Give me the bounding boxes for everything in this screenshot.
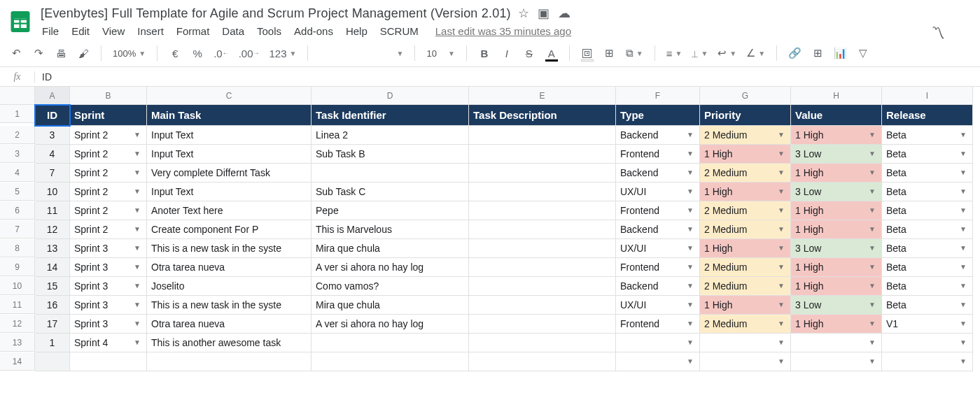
star-icon[interactable]: ☆ (518, 6, 529, 21)
cell-task-identifier[interactable]: Sub Task C (312, 183, 469, 201)
dropdown-icon[interactable]: ▼ (869, 282, 877, 290)
cell-id[interactable]: 12 (35, 220, 70, 239)
cell-priority[interactable]: ▼ (700, 352, 791, 371)
h-align-button[interactable]: ≡▼ (666, 48, 682, 59)
header-cell[interactable]: Task Identifier (312, 105, 469, 126)
dropdown-icon[interactable]: ▼ (134, 244, 142, 252)
increase-decimal-button[interactable]: .00→ (239, 48, 260, 59)
dropdown-icon[interactable]: ▼ (687, 131, 695, 139)
cell-sprint[interactable]: Sprint 2▼ (70, 201, 147, 220)
cell-type[interactable]: ▼ (616, 352, 700, 371)
more-formats-button[interactable]: 123▼ (270, 48, 297, 59)
dropdown-icon[interactable]: ▼ (778, 282, 786, 290)
row-header[interactable]: 5 (0, 183, 35, 201)
dropdown-icon[interactable]: ▼ (134, 169, 142, 177)
header-cell[interactable]: Type (616, 105, 700, 126)
cell-sprint[interactable]: Sprint 2▼ (70, 183, 147, 201)
dropdown-icon[interactable]: ▼ (778, 338, 786, 347)
dropdown-icon[interactable]: ▼ (960, 206, 968, 215)
dropdown-icon[interactable]: ▼ (869, 357, 877, 366)
cell-main-task[interactable]: Anoter Text here (147, 201, 312, 220)
header-cell[interactable]: Value (791, 105, 882, 126)
rotate-button[interactable]: ∠▼ (746, 47, 765, 59)
dropdown-icon[interactable]: ▼ (960, 263, 968, 271)
dropdown-icon[interactable]: ▼ (869, 225, 877, 234)
cell-task-identifier[interactable]: A ver si ahora no hay log (312, 315, 469, 334)
dropdown-icon[interactable]: ▼ (869, 187, 877, 196)
dropdown-icon[interactable]: ▼ (869, 301, 877, 309)
cell-task-identifier[interactable]: Linea 2 (312, 126, 469, 145)
cell-value[interactable]: 3 Low▼ (791, 183, 882, 201)
dropdown-icon[interactable]: ▼ (960, 244, 968, 252)
formula-input[interactable]: ID (35, 71, 980, 83)
cell-main-task[interactable]: Input Text (147, 126, 312, 145)
cell-main-task[interactable]: This is a new task in the syste (147, 296, 312, 315)
cell-value[interactable]: 3 Low▼ (791, 239, 882, 258)
dropdown-icon[interactable]: ▼ (778, 357, 786, 366)
dropdown-icon[interactable]: ▼ (778, 206, 786, 215)
cell-sprint[interactable]: Sprint 3▼ (70, 277, 147, 296)
cell-type[interactable]: Frontend▼ (616, 315, 700, 334)
cell-task-description[interactable] (469, 296, 616, 315)
cell-type[interactable]: Frontend▼ (616, 145, 700, 164)
cell-sprint[interactable]: Sprint 4▼ (70, 334, 147, 352)
dropdown-icon[interactable]: ▼ (869, 150, 877, 158)
dropdown-icon[interactable]: ▼ (960, 282, 968, 290)
dropdown-icon[interactable]: ▼ (960, 187, 968, 196)
cell-task-description[interactable] (469, 183, 616, 201)
dropdown-icon[interactable]: ▼ (960, 225, 968, 234)
dropdown-icon[interactable]: ▼ (960, 301, 968, 309)
row-header[interactable]: 12 (0, 315, 35, 333)
row-header[interactable]: 9 (0, 258, 35, 276)
dropdown-icon[interactable]: ▼ (134, 187, 142, 196)
dropdown-icon[interactable]: ▼ (960, 357, 968, 366)
cell-task-identifier[interactable]: Mira que chula (312, 239, 469, 258)
cell-priority[interactable]: 2 Medium▼ (700, 164, 791, 183)
cell-main-task[interactable]: Otra tarea nueva (147, 315, 312, 334)
cell-main-task[interactable]: Input Text (147, 145, 312, 164)
cell-priority[interactable]: 2 Medium▼ (700, 277, 791, 296)
dropdown-icon[interactable]: ▼ (134, 282, 142, 290)
cell-main-task[interactable]: This is a new task in the syste (147, 239, 312, 258)
dropdown-icon[interactable]: ▼ (687, 301, 695, 309)
menu-addons[interactable]: Add-ons (294, 25, 333, 37)
cell-task-identifier[interactable]: Pepe (312, 201, 469, 220)
dropdown-icon[interactable]: ▼ (960, 131, 968, 139)
dropdown-icon[interactable]: ▼ (687, 187, 695, 196)
cell-main-task[interactable]: Input Text (147, 183, 312, 201)
row-header[interactable]: 1 (0, 105, 35, 123)
cell-sprint[interactable]: Sprint 3▼ (70, 315, 147, 334)
cell-main-task[interactable]: This is another awesome task (147, 334, 312, 352)
cell-type[interactable]: UX/UI▼ (616, 183, 700, 201)
italic-button[interactable]: I (500, 48, 513, 59)
bold-button[interactable]: B (478, 48, 491, 59)
wrap-button[interactable]: ↩▼ (718, 47, 736, 59)
cell-value[interactable]: 1 High▼ (791, 220, 882, 239)
column-header[interactable]: E (469, 87, 616, 105)
menu-format[interactable]: Format (176, 25, 210, 37)
cell-sprint[interactable]: Sprint 3▼ (70, 239, 147, 258)
move-icon[interactable]: ▣ (538, 6, 550, 21)
cell-task-description[interactable] (469, 201, 616, 220)
cell-value[interactable]: ▼ (791, 352, 882, 371)
cell-value[interactable]: 1 High▼ (791, 201, 882, 220)
dropdown-icon[interactable]: ▼ (869, 244, 877, 252)
redo-icon[interactable]: ↷ (32, 47, 45, 59)
cell-task-identifier[interactable] (312, 334, 469, 352)
column-header[interactable]: C (147, 87, 312, 105)
cell-priority[interactable]: 1 High▼ (700, 239, 791, 258)
header-cell[interactable]: Sprint (70, 105, 147, 126)
dropdown-icon[interactable]: ▼ (687, 150, 695, 158)
text-color-button[interactable]: A (545, 48, 558, 59)
cell-priority[interactable]: ▼ (700, 334, 791, 352)
cell-release[interactable]: ▼ (882, 352, 973, 371)
column-header[interactable]: G (700, 87, 791, 105)
column-header[interactable]: H (791, 87, 882, 105)
cell-value[interactable]: 3 Low▼ (791, 145, 882, 164)
chart-button[interactable]: 📊 (834, 47, 847, 59)
cell-release[interactable]: Beta▼ (882, 277, 973, 296)
dropdown-icon[interactable]: ▼ (687, 263, 695, 271)
cell-release[interactable]: Beta▼ (882, 239, 973, 258)
cell-task-description[interactable] (469, 258, 616, 277)
cell-priority[interactable]: 2 Medium▼ (700, 126, 791, 145)
